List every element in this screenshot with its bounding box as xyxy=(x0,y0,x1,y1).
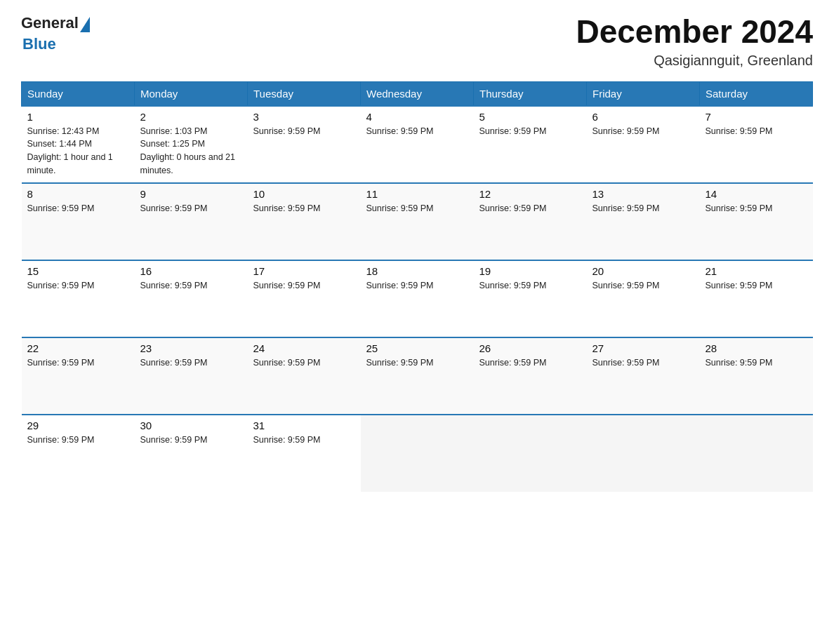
day-number: 7 xyxy=(706,111,807,123)
day-number: 6 xyxy=(593,111,694,123)
day-number: 14 xyxy=(706,188,807,200)
day-number: 4 xyxy=(366,111,468,123)
day-info: Sunrise: 9:59 PM xyxy=(366,202,468,215)
calendar-day-cell: 8Sunrise: 9:59 PM xyxy=(22,183,135,260)
day-info: Sunrise: 9:59 PM xyxy=(27,279,129,293)
day-number: 30 xyxy=(140,420,242,431)
calendar-week-row: 22Sunrise: 9:59 PM23Sunrise: 9:59 PM24Su… xyxy=(22,337,813,415)
day-info: Sunrise: 9:59 PM xyxy=(706,356,807,370)
calendar-day-cell xyxy=(700,415,813,492)
calendar-day-cell: 9Sunrise: 9:59 PM xyxy=(135,183,248,260)
day-number: 21 xyxy=(706,265,807,277)
day-number: 13 xyxy=(593,188,694,200)
day-info: Sunrise: 12:43 PMSunset: 1:44 PMDaylight… xyxy=(27,125,129,177)
day-info: Sunrise: 9:59 PM xyxy=(140,356,242,370)
day-number: 18 xyxy=(366,265,468,277)
day-number: 24 xyxy=(253,342,355,354)
calendar-day-cell: 3Sunrise: 9:59 PM xyxy=(248,106,361,183)
day-of-week-header: Saturday xyxy=(700,81,813,106)
calendar-day-cell: 30Sunrise: 9:59 PM xyxy=(135,415,248,492)
calendar-day-cell: 10Sunrise: 9:59 PM xyxy=(248,183,361,260)
day-number: 2 xyxy=(140,111,242,123)
day-info: Sunrise: 9:59 PM xyxy=(479,125,581,138)
day-of-week-header: Thursday xyxy=(474,81,587,106)
calendar-day-cell: 23Sunrise: 9:59 PM xyxy=(135,337,248,415)
day-info: Sunrise: 9:59 PM xyxy=(253,434,355,447)
logo-triangle-icon xyxy=(80,17,90,32)
day-info: Sunrise: 9:59 PM xyxy=(140,202,242,215)
calendar-week-row: 29Sunrise: 9:59 PM30Sunrise: 9:59 PM31Su… xyxy=(22,415,813,492)
logo: General Blue xyxy=(21,14,90,53)
calendar-day-cell: 4Sunrise: 9:59 PM xyxy=(361,106,474,183)
day-number: 27 xyxy=(593,342,694,354)
calendar-day-cell: 20Sunrise: 9:59 PM xyxy=(587,260,700,337)
day-number: 22 xyxy=(27,342,129,354)
day-number: 5 xyxy=(479,111,581,123)
calendar-day-cell: 29Sunrise: 9:59 PM xyxy=(22,415,135,492)
calendar-week-row: 1Sunrise: 12:43 PMSunset: 1:44 PMDayligh… xyxy=(22,106,813,183)
day-number: 15 xyxy=(27,265,129,277)
day-number: 23 xyxy=(140,342,242,354)
day-info: Sunrise: 9:59 PM xyxy=(27,202,129,215)
day-info: Sunrise: 9:59 PM xyxy=(479,279,581,293)
calendar-day-cell: 22Sunrise: 9:59 PM xyxy=(22,337,135,415)
day-info: Sunrise: 9:59 PM xyxy=(479,202,581,215)
day-number: 8 xyxy=(27,188,129,200)
day-number: 9 xyxy=(140,188,242,200)
day-number: 16 xyxy=(140,265,242,277)
day-info: Sunrise: 9:59 PM xyxy=(706,125,807,138)
day-of-week-header: Friday xyxy=(587,81,700,106)
calendar-day-cell xyxy=(474,415,587,492)
calendar-day-cell: 6Sunrise: 9:59 PM xyxy=(587,106,700,183)
calendar-day-cell: 25Sunrise: 9:59 PM xyxy=(361,337,474,415)
day-number: 20 xyxy=(593,265,694,277)
day-number: 29 xyxy=(27,420,129,431)
calendar-day-cell: 16Sunrise: 9:59 PM xyxy=(135,260,248,337)
day-info: Sunrise: 9:59 PM xyxy=(253,356,355,370)
days-of-week-row: SundayMondayTuesdayWednesdayThursdayFrid… xyxy=(22,81,813,106)
day-number: 28 xyxy=(706,342,807,354)
day-number: 26 xyxy=(479,342,581,354)
day-info: Sunrise: 9:59 PM xyxy=(593,125,694,138)
calendar-day-cell: 12Sunrise: 9:59 PM xyxy=(474,183,587,260)
day-number: 12 xyxy=(479,188,581,200)
calendar-day-cell: 31Sunrise: 9:59 PM xyxy=(248,415,361,492)
day-number: 3 xyxy=(253,111,355,123)
logo-general-text: General xyxy=(21,14,79,32)
day-info: Sunrise: 9:59 PM xyxy=(27,434,129,447)
day-of-week-header: Wednesday xyxy=(361,81,474,106)
day-number: 10 xyxy=(253,188,355,200)
day-info: Sunrise: 9:59 PM xyxy=(253,125,355,138)
calendar-day-cell: 5Sunrise: 9:59 PM xyxy=(474,106,587,183)
calendar-day-cell: 17Sunrise: 9:59 PM xyxy=(248,260,361,337)
day-of-week-header: Tuesday xyxy=(248,81,361,106)
calendar-day-cell: 1Sunrise: 12:43 PMSunset: 1:44 PMDayligh… xyxy=(22,106,135,183)
day-info: Sunrise: 9:59 PM xyxy=(366,279,468,293)
calendar-day-cell xyxy=(361,415,474,492)
calendar-day-cell: 14Sunrise: 9:59 PM xyxy=(700,183,813,260)
day-number: 25 xyxy=(366,342,468,354)
calendar-day-cell: 2Sunrise: 1:03 PMSunset: 1:25 PMDaylight… xyxy=(135,106,248,183)
day-info: Sunrise: 9:59 PM xyxy=(706,202,807,215)
day-number: 17 xyxy=(253,265,355,277)
calendar-week-row: 8Sunrise: 9:59 PM9Sunrise: 9:59 PM10Sunr… xyxy=(22,183,813,260)
location-title: Qasigiannguit, Greenland xyxy=(576,53,813,69)
calendar-day-cell: 24Sunrise: 9:59 PM xyxy=(248,337,361,415)
calendar-day-cell: 13Sunrise: 9:59 PM xyxy=(587,183,700,260)
calendar-day-cell xyxy=(587,415,700,492)
day-info: Sunrise: 9:59 PM xyxy=(253,279,355,293)
day-info: Sunrise: 9:59 PM xyxy=(140,279,242,293)
day-info: Sunrise: 1:03 PMSunset: 1:25 PMDaylight:… xyxy=(140,125,242,177)
day-info: Sunrise: 9:59 PM xyxy=(366,125,468,138)
day-info: Sunrise: 9:59 PM xyxy=(593,356,694,370)
day-info: Sunrise: 9:59 PM xyxy=(593,279,694,293)
day-number: 1 xyxy=(27,111,129,123)
day-info: Sunrise: 9:59 PM xyxy=(253,202,355,215)
calendar-day-cell: 18Sunrise: 9:59 PM xyxy=(361,260,474,337)
calendar-day-cell: 28Sunrise: 9:59 PM xyxy=(700,337,813,415)
day-info: Sunrise: 9:59 PM xyxy=(593,202,694,215)
calendar-week-row: 15Sunrise: 9:59 PM16Sunrise: 9:59 PM17Su… xyxy=(22,260,813,337)
calendar-day-cell: 15Sunrise: 9:59 PM xyxy=(22,260,135,337)
calendar-day-cell: 7Sunrise: 9:59 PM xyxy=(700,106,813,183)
calendar-day-cell: 19Sunrise: 9:59 PM xyxy=(474,260,587,337)
